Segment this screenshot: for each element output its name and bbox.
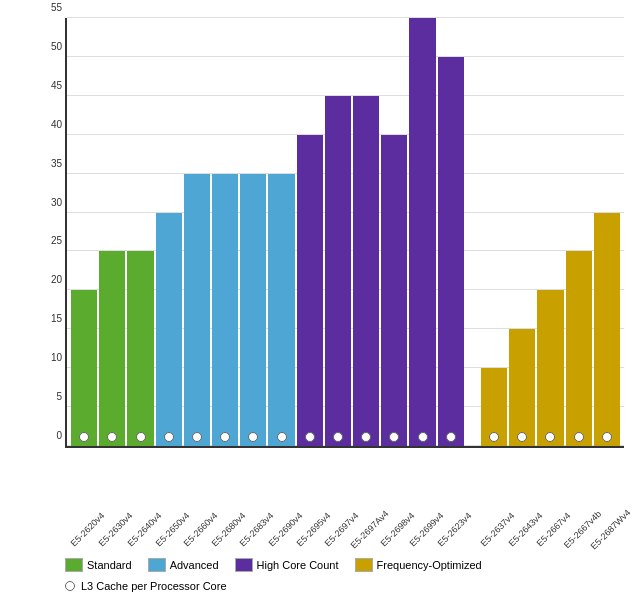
bar: E5-2667v4b [566,251,592,446]
bar: E5-2660v4 [184,174,210,446]
bar-dot [602,432,612,442]
bar: E5-2667v4 [537,290,563,446]
bar: E5-2690v4 [268,174,294,446]
bar-dot [220,432,230,442]
bar-dot [164,432,174,442]
legend-label: Standard [87,559,132,571]
bar-group: E5-2630v4 [99,18,125,446]
legend-color-swatch [65,558,83,572]
bar: E5-2650v4 [156,213,182,446]
bar-dot [389,432,399,442]
bar: E5-2698v4 [381,135,407,446]
legend-item: Frequency-Optimized [355,558,482,572]
legend-color-swatch [148,558,166,572]
y-tick-label: 25 [51,235,62,246]
bar-group: E5-2680v4 [212,18,238,446]
legend-item: High Core Count [235,558,339,572]
bar: E5-2623v4 [438,57,464,446]
y-tick-label: 45 [51,79,62,90]
legend-label: High Core Count [257,559,339,571]
bar: E5-2643v4 [509,329,535,446]
bar-group: E5-2623v4 [438,18,464,446]
legend-label: Advanced [170,559,219,571]
bar-group: E5-2690v4 [268,18,294,446]
bar-group: E5-2697Av4 [353,18,379,446]
y-tick-label: 15 [51,313,62,324]
legend-dot-label: L3 Cache per Processor Core [81,580,227,592]
bar-group: E5-2667v4b [566,18,592,446]
bar-group: E5-2699v4 [409,18,435,446]
bar-group: E5-2697v4 [325,18,351,446]
y-tick-label: 50 [51,40,62,51]
bars-wrapper: E5-2620v4E5-2630v4E5-2640v4E5-2650v4E5-2… [67,18,624,446]
chart-area: 0510152025303540455055 E5-2620v4E5-2630v… [65,18,624,448]
bar-dot [333,432,343,442]
bar: E5-2687Wv4 [594,213,620,446]
bar-group: E5-2637v4 [481,18,507,446]
bar: E5-2620v4 [71,290,97,446]
bar: E5-2699v4 [409,18,435,446]
chart-container: 0510152025303540455055 E5-2620v4E5-2630v… [0,0,634,600]
bar: E5-2630v4 [99,251,125,446]
bar-dot [107,432,117,442]
bar: E5-2640v4 [127,251,153,446]
bar: E5-2680v4 [212,174,238,446]
legend-dot-row: L3 Cache per Processor Core [65,580,227,592]
bar-dot [545,432,555,442]
bar-dot [489,432,499,442]
bar-dot [277,432,287,442]
legend-color-swatch [235,558,253,572]
bar-group: E5-2698v4 [381,18,407,446]
y-tick-label: 30 [51,196,62,207]
legend-item: Advanced [148,558,219,572]
y-tick-label: 40 [51,118,62,129]
bar-group: E5-2640v4 [127,18,153,446]
bar: E5-2697Av4 [353,96,379,446]
bar-dot [361,432,371,442]
legend-dot [65,581,75,591]
bar-group: E5-2620v4 [71,18,97,446]
y-tick-label: 55 [51,2,62,13]
bar-dot [446,432,456,442]
bar: E5-2683v4 [240,174,266,446]
bar-group: E5-2687Wv4 [594,18,620,446]
bar-group: E5-2643v4 [509,18,535,446]
bar-dot [79,432,89,442]
bar-dot [136,432,146,442]
bar-dot [305,432,315,442]
bar-group: E5-2683v4 [240,18,266,446]
y-tick-label: 0 [56,430,62,441]
bar-dot [192,432,202,442]
legend-label: Frequency-Optimized [377,559,482,571]
bar-group: E5-2660v4 [184,18,210,446]
legend-item: Standard [65,558,132,572]
bar: E5-2697v4 [325,96,351,446]
y-tick-label: 35 [51,157,62,168]
bar: E5-2695v4 [297,135,323,446]
bar-dot [574,432,584,442]
bar: E5-2637v4 [481,368,507,446]
bar-group: E5-2650v4 [156,18,182,446]
bar-group: E5-2667v4 [537,18,563,446]
y-tick-label: 5 [56,391,62,402]
y-tick-label: 20 [51,274,62,285]
bar-dot [517,432,527,442]
bar-group: E5-2695v4 [297,18,323,446]
bar-dot [418,432,428,442]
y-tick-label: 10 [51,352,62,363]
bar-dot [248,432,258,442]
legend: StandardAdvancedHigh Core CountFrequency… [65,558,624,592]
legend-color-swatch [355,558,373,572]
